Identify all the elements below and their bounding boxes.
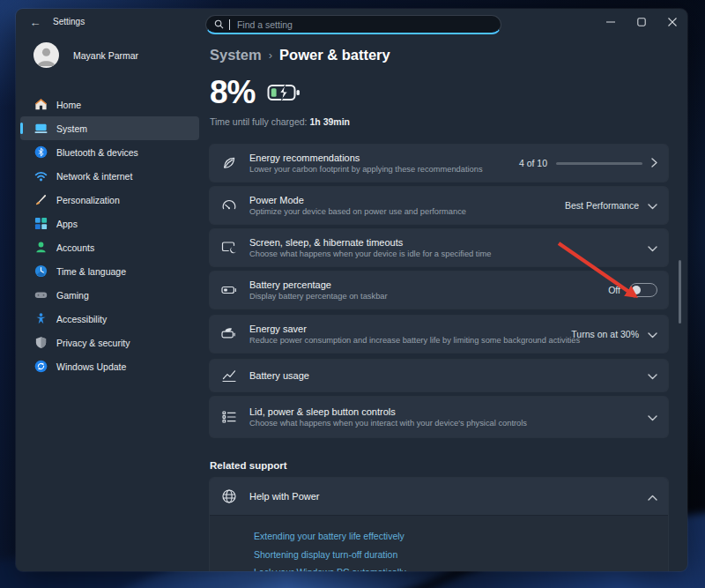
back-button[interactable]: ← [25,13,46,31]
scrollbar-thumb[interactable] [679,260,681,324]
chevron-down-icon [648,326,657,342]
sidebar-item-privacy[interactable]: Privacy & security [20,331,199,354]
sidebar-item-home[interactable]: Home [20,93,199,116]
card-power-mode[interactable]: Power Mode Optimize your device based on… [210,187,668,224]
sidebar-item-network[interactable]: Network & internet [20,164,199,188]
energy-saver-dropdown[interactable]: Turns on at 30% [571,329,639,339]
sidebar-item-label: Accessibility [56,314,107,324]
sidebar-item-apps[interactable]: Apps [20,212,199,235]
battery-status: 8% [210,74,668,111]
main-content: System › Power & battery 8% Time until f… [210,35,668,571]
card-subtitle: Choose what happens when your device is … [249,249,491,258]
support-link[interactable]: Extending your battery life effectively [254,532,668,541]
maximize-icon [637,18,646,26]
profile[interactable]: Mayank Parmar [33,42,138,68]
breadcrumb-system[interactable]: System [210,47,262,63]
sidebar-item-time-language[interactable]: Time & language [20,259,199,283]
card-title: Battery percentage [249,279,388,290]
card-lid-power-controls[interactable]: Lid, power & sleep button controls Choos… [210,397,668,437]
charge-time-value: 1h 39min [310,116,351,127]
help-with-power-section: Help with Power Extending your battery l… [210,478,668,571]
sidebar-item-label: Privacy & security [56,338,130,348]
charge-time: Time until fully charged:1h 39min [210,116,668,127]
card-energy-saver[interactable]: Energy saver Reduce power consumption an… [210,316,668,353]
close-icon [668,18,677,26]
card-screen-sleep-timeouts[interactable]: Screen, sleep, & hibernate timeouts Choo… [210,229,668,266]
chevron-down-icon [648,197,657,213]
text-caret [229,19,230,30]
card-title: Battery usage [249,370,309,381]
home-icon [33,98,48,112]
close-button[interactable] [657,9,687,34]
gamepad-icon [33,288,48,302]
sidebar-nav: Home System Bluetooth & devices Network … [20,93,199,378]
update-icon [33,360,48,374]
breadcrumb-separator: › [269,48,272,62]
globe-help-icon [220,488,238,505]
chevron-right-icon [651,155,657,171]
card-title: Energy saver [249,324,580,334]
card-subtitle: Optimize your device based on power use … [249,207,466,216]
sidebar-item-system[interactable]: System [20,116,199,140]
clock-globe-icon [33,264,48,279]
list-icon [220,408,238,426]
support-link[interactable]: Shortening display turn-off duration [254,550,668,560]
settings-cards: Energy recommendations Lower your carbon… [210,145,668,437]
settings-window: ← Settings Mayank Parmar [16,9,687,571]
bluetooth-icon [33,145,48,160]
search-input[interactable] [235,19,493,31]
wifi-icon [33,169,48,183]
profile-name: Mayank Parmar [73,50,138,61]
chevron-down-icon [648,409,657,425]
recommendations-progress [556,162,642,165]
toggle-knob [632,286,641,294]
system-icon [33,122,48,136]
card-energy-recommendations[interactable]: Energy recommendations Lower your carbon… [210,145,668,182]
related-support-heading: Related support [210,460,668,471]
chevron-down-icon [648,240,657,256]
sidebar-item-bluetooth[interactable]: Bluetooth & devices [20,140,199,164]
accessibility-icon [33,312,48,326]
help-with-power-card[interactable]: Help with Power [210,478,668,516]
shield-icon [33,336,48,350]
sidebar-item-personalization[interactable]: Personalization [20,188,199,212]
avatar [33,42,59,68]
page-title: Power & battery [279,47,390,63]
battery-charging-icon [267,83,302,102]
card-title: Screen, sleep, & hibernate timeouts [249,237,491,248]
card-title: Lid, power & sleep button controls [249,406,527,417]
app-title: Settings [53,17,85,26]
charge-time-label: Time until fully charged: [210,116,308,127]
chevron-down-icon [648,368,657,383]
search-icon [214,19,224,29]
card-battery-usage[interactable]: Battery usage [210,360,668,391]
chevron-up-icon [648,488,657,504]
sidebar-item-label: Bluetooth & devices [56,147,138,158]
sidebar-item-label: Gaming [56,290,89,301]
brush-icon [33,193,48,207]
battery-percentage-toggle[interactable] [629,283,657,297]
back-arrow-icon: ← [30,16,41,29]
battery-percent: 8% [210,74,255,111]
sidebar-item-label: Personalization [56,195,120,205]
accounts-icon [33,241,48,255]
sidebar-item-label: Home [56,100,81,110]
gauge-icon [220,197,238,214]
sidebar: Mayank Parmar Home System Bluetooth & de… [16,35,204,571]
sidebar-item-accessibility[interactable]: Accessibility [20,307,199,331]
support-links: Extending your battery life effectively … [210,516,668,571]
card-battery-percentage[interactable]: Battery percentage Display battery perce… [210,272,668,309]
support-link[interactable]: Lock your Windows PC automatically [254,568,668,571]
power-mode-dropdown[interactable]: Best Performance [565,200,639,211]
sidebar-item-label: Time & language [56,266,126,277]
card-title: Energy recommendations [249,153,483,163]
search-box[interactable] [205,15,501,34]
card-subtitle: Reduce power consumption and increase ba… [249,336,580,345]
card-subtitle: Display battery percentage on taskbar [249,292,388,301]
maximize-button[interactable] [626,9,657,34]
sidebar-item-accounts[interactable]: Accounts [20,235,199,259]
sidebar-item-windows-update[interactable]: Windows Update [20,354,199,378]
toggle-state-label: Off [608,285,620,295]
minimize-button[interactable] [595,9,626,34]
sidebar-item-gaming[interactable]: Gaming [20,283,199,307]
